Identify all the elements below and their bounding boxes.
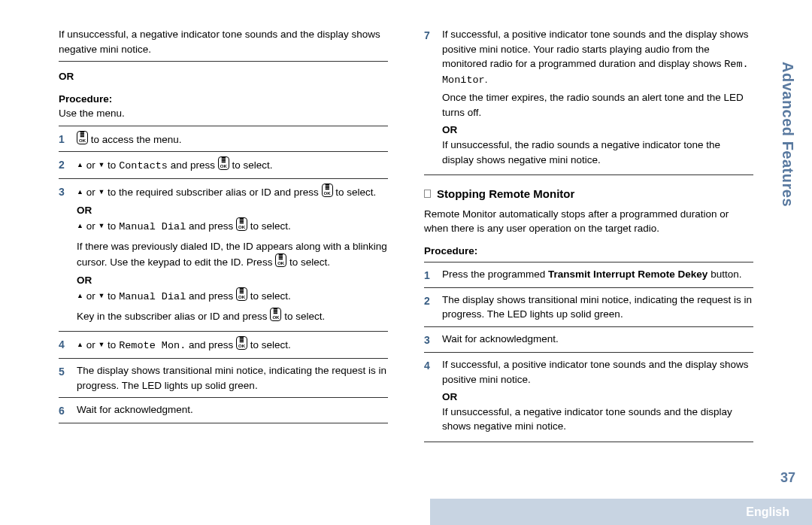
ok-button-icon: ≣OK	[236, 217, 247, 231]
step-number: 3	[424, 332, 435, 347]
menu-item: Contacts	[119, 160, 168, 171]
up-arrow-icon	[77, 220, 83, 232]
procedure-label: Procedure:	[59, 92, 388, 107]
button-name: Transmit Interrupt Remote Dekey	[548, 269, 707, 280]
page-body: If unsuccessful, a negative indicator to…	[0, 0, 812, 474]
step-4: 4 If successful, a positive indicator to…	[424, 352, 753, 442]
step-number: 3	[59, 184, 69, 199]
step-number: 5	[59, 363, 69, 379]
or-label: OR	[442, 390, 753, 405]
step-text: If unsuccessful, the radio sounds a nega…	[442, 138, 753, 167]
or-label: OR	[442, 123, 753, 138]
menu-item: Manual Dial	[119, 221, 186, 232]
page-number: 37	[780, 468, 795, 487]
step-text: to access the menu.	[88, 134, 182, 145]
or-label: OR	[59, 69, 388, 84]
step-number: 4	[424, 357, 435, 373]
language-footer: English	[430, 499, 812, 525]
step-number: 2	[59, 156, 69, 172]
section-heading: Stopping Remote Monitor	[424, 186, 753, 202]
step-2: 2 or to Contacts and press ≣OK to select…	[59, 151, 388, 178]
step-text: Wait for acknowledgment.	[442, 332, 753, 347]
up-arrow-icon	[77, 159, 83, 171]
step-3: 3 Wait for acknowledgment.	[424, 326, 753, 352]
step-1: 1 Press the programmed Transmit Interrup…	[424, 262, 753, 287]
step-text: Wait for acknowledgment.	[77, 402, 388, 417]
section-tab: Advanced Features	[777, 62, 798, 207]
menu-item: Remote Mon.	[119, 340, 186, 351]
step-2: 2 The display shows transitional mini no…	[424, 287, 753, 326]
step-number: 4	[59, 336, 69, 352]
ok-button-icon: ≣OK	[322, 184, 333, 197]
section-intro: Remote Monitor automatically stops after…	[424, 207, 753, 236]
step-3: 3 or to the required subscriber alias or…	[59, 178, 388, 332]
step-6: 6 Wait for acknowledgment.	[59, 397, 388, 423]
intro-text: If unsuccessful, a negative indicator to…	[59, 27, 388, 56]
or-label: OR	[77, 203, 388, 218]
ok-button-icon: ≣OK	[270, 308, 281, 321]
procedure-label: Procedure:	[424, 244, 753, 259]
ok-button-icon: ≣OK	[77, 131, 88, 144]
up-arrow-icon	[77, 290, 83, 302]
step-text: The display shows transitional mini noti…	[77, 363, 388, 393]
step-number: 1	[424, 267, 435, 283]
ok-button-icon: ≣OK	[275, 253, 286, 267]
step-1: 1 ≣OK to access the menu.	[59, 126, 388, 152]
step-number: 7	[424, 27, 435, 43]
step-text: Once the timer expires, the radio sounds…	[442, 90, 753, 120]
up-arrow-icon	[77, 339, 83, 351]
step-text: If successful, a positive indicator tone…	[442, 357, 753, 387]
left-column: If unsuccessful, a negative indicator to…	[59, 27, 388, 466]
up-arrow-icon	[77, 187, 83, 198]
ok-button-icon: ≣OK	[236, 287, 247, 301]
step-number: 6	[59, 402, 69, 418]
step-text: If unsuccessful, a negative indicator to…	[442, 405, 753, 434]
or-label: OR	[77, 273, 388, 288]
procedure-text: Use the menu.	[59, 106, 388, 121]
heading-marker-icon	[424, 190, 431, 198]
ok-button-icon: ≣OK	[218, 156, 229, 170]
menu-item: Manual Dial	[119, 291, 186, 302]
step-5: 5 The display shows transitional mini no…	[59, 358, 388, 397]
step-number: 1	[59, 131, 69, 147]
right-column: 7 If successful, a positive indicator to…	[424, 27, 753, 466]
step-7: 7 If successful, a positive indicator to…	[424, 27, 753, 174]
step-number: 2	[424, 293, 435, 308]
step-4: 4 or to Remote Mon. and press ≣OK to sel…	[59, 331, 388, 358]
ok-button-icon: ≣OK	[236, 336, 247, 350]
step-text: The display shows transitional mini noti…	[442, 293, 753, 322]
